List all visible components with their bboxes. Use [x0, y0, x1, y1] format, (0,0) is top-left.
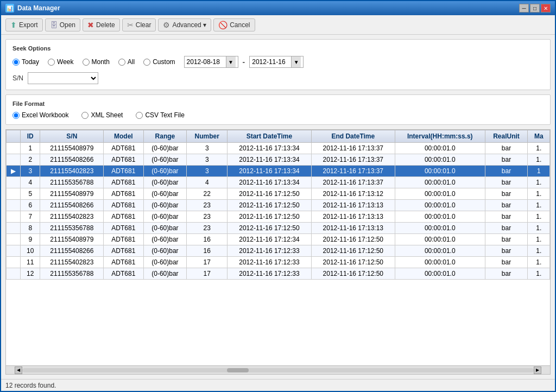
scroll-left-btn[interactable]: ◀	[15, 366, 22, 374]
cell-number: 23	[187, 211, 228, 223]
table-row[interactable]: 10211155408266ADT681(0-60)bar162012-11-1…	[7, 245, 550, 257]
cell-unit: bar	[485, 154, 528, 166]
col-start: Start DateTime	[228, 130, 311, 143]
radio-today-input[interactable]	[12, 59, 20, 66]
cell-range: (0-60)bar	[143, 268, 187, 280]
col-ma: Ma	[528, 130, 550, 143]
date-to-field[interactable]: 2012-11-16 ▼	[249, 56, 304, 68]
cell-sn: 211155402823	[40, 166, 104, 177]
cell-start: 2012-11-16 17:13:34	[228, 177, 311, 188]
data-table: ID S/N Model Range Number Start DateTime…	[6, 130, 550, 280]
radio-week-input[interactable]	[48, 59, 55, 66]
radio-all[interactable]: All	[118, 58, 135, 66]
delete-button[interactable]: ✖ Delete	[83, 18, 120, 31]
radio-excel-input[interactable]	[12, 112, 20, 119]
col-id: ID	[21, 130, 40, 143]
cell-unit: bar	[485, 211, 528, 223]
date-from-picker-btn[interactable]: ▼	[226, 56, 236, 67]
toolbar: ⬆ Export 🗄 Open ✖ Delete ✂ Clear ⚙ Advan…	[1, 15, 555, 35]
open-button[interactable]: 🗄 Open	[45, 18, 80, 31]
radio-excel[interactable]: Excel Workbook	[12, 111, 68, 119]
table-row[interactable]: 6211155408266ADT681(0-60)bar232012-11-16…	[7, 200, 550, 211]
cell-interval: 00:00:01.0	[395, 143, 485, 154]
table-row[interactable]: 2211155408266ADT681(0-60)bar32012-11-16 …	[7, 154, 550, 166]
table-row[interactable]: 7211155402823ADT681(0-60)bar232012-11-16…	[7, 211, 550, 223]
horizontal-scrollbar[interactable]: ◀ ▶	[6, 365, 550, 374]
cell-number: 16	[187, 245, 228, 257]
cell-unit: bar	[485, 268, 528, 280]
cell-sn: 211155408979	[40, 234, 104, 245]
radio-month-input[interactable]	[83, 59, 90, 66]
table-wrapper[interactable]: ID S/N Model Range Number Start DateTime…	[6, 130, 550, 365]
cell-number: 23	[187, 200, 228, 211]
cell-sn: 211155408979	[40, 143, 104, 154]
app-icon: 📊	[5, 4, 14, 12]
date-to-picker-btn[interactable]: ▼	[291, 56, 301, 67]
table-row[interactable]: 11211155402823ADT681(0-60)bar172012-11-1…	[7, 257, 550, 268]
row-indicator	[7, 143, 21, 154]
status-bar: 12 records found.	[1, 379, 555, 391]
cell-unit: bar	[485, 234, 528, 245]
cell-unit: bar	[485, 177, 528, 188]
maximize-button[interactable]: □	[530, 4, 540, 12]
cell-interval: 00:00:01.0	[395, 200, 485, 211]
cell-range: (0-60)bar	[143, 188, 187, 200]
cell-start: 2012-11-16 17:12:50	[228, 223, 311, 234]
radio-xml[interactable]: XML Sheet	[81, 111, 123, 119]
scroll-right-btn[interactable]: ▶	[534, 366, 541, 374]
cell-ma: 1	[528, 166, 550, 177]
advanced-button[interactable]: ⚙ Advanced ▾	[158, 18, 211, 31]
cell-start: 2012-11-16 17:13:34	[228, 154, 311, 166]
clear-button[interactable]: ✂ Clear	[122, 18, 156, 31]
cell-id: 12	[21, 268, 40, 280]
row-indicator	[7, 154, 21, 166]
radio-week[interactable]: Week	[48, 58, 73, 66]
radio-csv-input[interactable]	[136, 112, 143, 119]
main-window: 📊 Data Manager ─ □ ✕ ⬆ Export 🗄 Open ✖ D…	[0, 0, 556, 392]
cell-start: 2012-11-16 17:12:50	[228, 188, 311, 200]
cell-model: ADT681	[104, 177, 143, 188]
scroll-track[interactable]	[22, 368, 534, 372]
cancel-button[interactable]: 🚫 Cancel	[213, 18, 255, 31]
delete-icon: ✖	[87, 21, 94, 29]
radio-xml-input[interactable]	[81, 112, 89, 119]
table-row[interactable]: 5211155408979ADT681(0-60)bar222012-11-16…	[7, 188, 550, 200]
radio-all-input[interactable]	[118, 59, 125, 66]
date-from-field[interactable]: 2012-08-18 ▼	[184, 56, 238, 68]
radio-today[interactable]: Today	[12, 58, 39, 66]
table-row[interactable]: 4211155356788ADT681(0-60)bar42012-11-16 …	[7, 177, 550, 188]
close-button[interactable]: ✕	[541, 4, 551, 12]
table-row[interactable]: 12211155356788ADT681(0-60)bar172012-11-1…	[7, 268, 550, 280]
cell-unit: bar	[485, 200, 528, 211]
cell-start: 2012-11-16 17:12:33	[228, 245, 311, 257]
table-body: 1211155408979ADT681(0-60)bar32012-11-16 …	[7, 143, 550, 280]
sn-select[interactable]	[28, 72, 98, 84]
radio-custom[interactable]: Custom	[143, 58, 175, 66]
cell-unit: bar	[485, 188, 528, 200]
sn-row: S/N	[12, 72, 544, 84]
table-row[interactable]: 8211155356788ADT681(0-60)bar232012-11-16…	[7, 223, 550, 234]
cell-ma: 1.	[528, 245, 550, 257]
table-row[interactable]: 9211155408979ADT681(0-60)bar162012-11-16…	[7, 234, 550, 245]
cell-id: 3	[21, 166, 40, 177]
scroll-thumb[interactable]	[227, 368, 249, 372]
radio-custom-input[interactable]	[143, 59, 150, 66]
cell-sn: 211155408266	[40, 154, 104, 166]
col-end: End DateTime	[311, 130, 395, 143]
seek-options-row: Today Week Month All	[12, 56, 544, 68]
table-row[interactable]: 1211155408979ADT681(0-60)bar32012-11-16 …	[7, 143, 550, 154]
minimize-button[interactable]: ─	[519, 4, 529, 12]
cell-id: 2	[21, 154, 40, 166]
cell-end: 2012-11-16 17:13:13	[311, 211, 395, 223]
cell-interval: 00:00:01.0	[395, 257, 485, 268]
cell-range: (0-60)bar	[143, 223, 187, 234]
cell-sn: 211155356788	[40, 177, 104, 188]
cell-model: ADT681	[104, 245, 143, 257]
table-row[interactable]: ▶3211155402823ADT681(0-60)bar32012-11-16…	[7, 166, 550, 177]
export-button[interactable]: ⬆ Export	[5, 18, 43, 31]
radio-month[interactable]: Month	[83, 58, 110, 66]
radio-csv[interactable]: CSV Text File	[136, 111, 184, 119]
clear-icon: ✂	[127, 21, 134, 29]
cell-number: 17	[187, 257, 228, 268]
cell-model: ADT681	[104, 268, 143, 280]
